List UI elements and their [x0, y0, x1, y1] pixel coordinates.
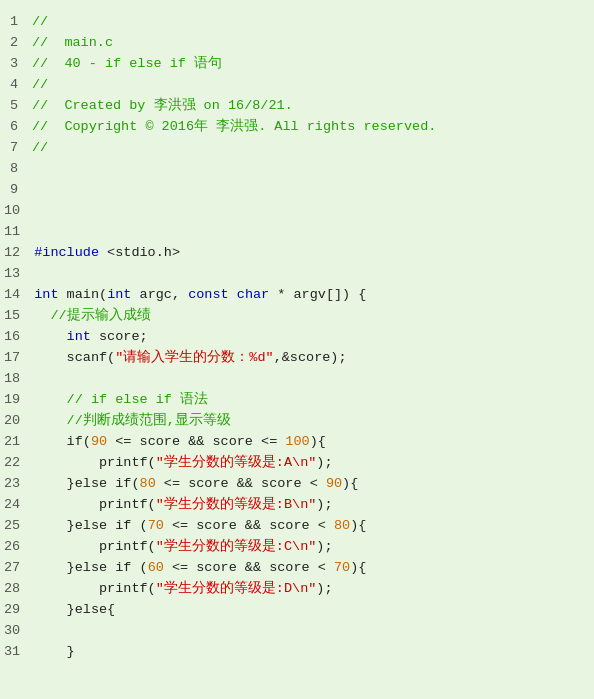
- code-line: 2// main.c: [0, 33, 594, 54]
- token: );: [316, 495, 332, 516]
- token: }else{: [34, 600, 115, 621]
- line-content: // if else if 语法: [34, 390, 208, 411]
- line-content: //: [32, 12, 48, 33]
- code-editor: 1//2// main.c3// 40 - if else if 语句4//5/…: [0, 8, 594, 667]
- token: ){: [350, 558, 366, 579]
- token: //: [32, 138, 48, 159]
- token: //提示输入成绩: [34, 306, 150, 327]
- line-number: 5: [4, 96, 32, 117]
- token: [34, 327, 66, 348]
- token: #include: [34, 243, 99, 264]
- line-number: 4: [4, 75, 32, 96]
- token: "学生分数的等级是:A\n": [156, 453, 317, 474]
- code-line: 14int main(int argc, const char * argv[]…: [0, 285, 594, 306]
- token: 60: [148, 558, 164, 579]
- line-number: 24: [4, 495, 34, 516]
- line-content: }else{: [34, 600, 115, 621]
- token: // if else if 语法: [34, 390, 208, 411]
- token: ){: [350, 516, 366, 537]
- line-number: 31: [4, 642, 34, 663]
- token: int: [34, 285, 58, 306]
- line-content: [34, 621, 42, 642]
- token: 100: [285, 432, 309, 453]
- code-line: 6// Copyright © 2016年 李洪强. All rights re…: [0, 117, 594, 138]
- line-content: [34, 264, 42, 285]
- line-content: #include <stdio.h>: [34, 243, 180, 264]
- line-number: 13: [4, 264, 34, 285]
- line-number: 16: [4, 327, 34, 348]
- line-content: // 40 - if else if 语句: [32, 54, 222, 75]
- line-number: 2: [4, 33, 32, 54]
- token: 70: [334, 558, 350, 579]
- line-number: 19: [4, 390, 34, 411]
- token: scanf(: [34, 348, 115, 369]
- line-content: }else if (70 <= score && score < 80){: [34, 516, 366, 537]
- token: int: [107, 285, 131, 306]
- line-content: }: [34, 642, 75, 663]
- line-number: 10: [4, 201, 34, 222]
- code-line: 1//: [0, 12, 594, 33]
- token: printf(: [34, 495, 156, 516]
- code-line: 11: [0, 222, 594, 243]
- line-number: 7: [4, 138, 32, 159]
- line-number: 20: [4, 411, 34, 432]
- code-line: 30: [0, 621, 594, 642]
- line-content: [34, 369, 42, 390]
- token: const: [188, 285, 229, 306]
- token: <= score && score <: [156, 474, 326, 495]
- line-content: if(90 <= score && score <= 100){: [34, 432, 326, 453]
- code-line: 7//: [0, 138, 594, 159]
- line-content: // main.c: [32, 33, 113, 54]
- token: // Copyright © 2016年 李洪强. All rights res…: [32, 117, 436, 138]
- code-line: 5// Created by 李洪强 on 16/8/21.: [0, 96, 594, 117]
- code-line: 26 printf("学生分数的等级是:C\n");: [0, 537, 594, 558]
- code-line: 25 }else if (70 <= score && score < 80){: [0, 516, 594, 537]
- token: <stdio.h>: [99, 243, 180, 264]
- token: <= score && score <: [164, 516, 334, 537]
- token: // main.c: [32, 33, 113, 54]
- token: main(: [59, 285, 108, 306]
- line-number: 11: [4, 222, 34, 243]
- line-number: 27: [4, 558, 34, 579]
- token: 90: [91, 432, 107, 453]
- line-content: //: [32, 75, 48, 96]
- line-content: int score;: [34, 327, 147, 348]
- token: 80: [334, 516, 350, 537]
- code-line: 20 //判断成绩范围,显示等级: [0, 411, 594, 432]
- code-line: 19 // if else if 语法: [0, 390, 594, 411]
- token: int: [67, 327, 91, 348]
- token: //: [32, 12, 48, 33]
- code-line: 12#include <stdio.h>: [0, 243, 594, 264]
- line-content: printf("学生分数的等级是:B\n");: [34, 495, 332, 516]
- token: score;: [91, 327, 148, 348]
- token: ){: [342, 474, 358, 495]
- code-line: 10: [0, 201, 594, 222]
- line-content: [34, 201, 42, 222]
- line-number: 17: [4, 348, 34, 369]
- code-line: 31 }: [0, 642, 594, 663]
- line-content: // Copyright © 2016年 李洪强. All rights res…: [32, 117, 436, 138]
- line-content: int main(int argc, const char * argv[]) …: [34, 285, 366, 306]
- code-line: 24 printf("学生分数的等级是:B\n");: [0, 495, 594, 516]
- code-line: 17 scanf("请输入学生的分数：%d",&score);: [0, 348, 594, 369]
- line-number: 9: [4, 180, 32, 201]
- line-content: [32, 159, 40, 180]
- token: 90: [326, 474, 342, 495]
- token: if(: [34, 432, 91, 453]
- code-line: 13: [0, 264, 594, 285]
- line-number: 21: [4, 432, 34, 453]
- line-number: 25: [4, 516, 34, 537]
- token: "请输入学生的分数：%d": [115, 348, 273, 369]
- token: 70: [148, 516, 164, 537]
- code-line: 8: [0, 159, 594, 180]
- line-number: 1: [4, 12, 32, 33]
- token: <= score && score <: [164, 558, 334, 579]
- token: );: [316, 453, 332, 474]
- line-number: 8: [4, 159, 32, 180]
- code-line: 27 }else if (60 <= score && score < 70){: [0, 558, 594, 579]
- line-content: //提示输入成绩: [34, 306, 150, 327]
- token: }else if (: [34, 558, 147, 579]
- code-line: 23 }else if(80 <= score && score < 90){: [0, 474, 594, 495]
- line-number: 23: [4, 474, 34, 495]
- token: printf(: [34, 579, 156, 600]
